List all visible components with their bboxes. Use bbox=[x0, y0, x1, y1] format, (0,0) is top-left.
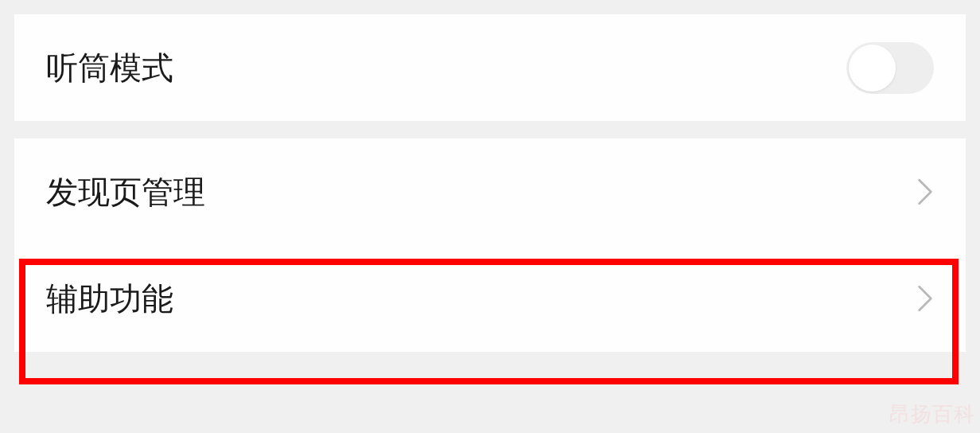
watermark-text: 昂扬百科 bbox=[889, 400, 975, 428]
section-earpiece: 听筒模式 bbox=[14, 14, 966, 121]
row-earpiece-mode[interactable]: 听筒模式 bbox=[14, 14, 966, 121]
earpiece-mode-toggle[interactable] bbox=[846, 42, 934, 94]
row-accessibility[interactable]: 辅助功能 bbox=[14, 245, 966, 352]
accessibility-label: 辅助功能 bbox=[46, 277, 173, 321]
row-discover-management[interactable]: 发现页管理 bbox=[14, 138, 966, 245]
settings-container: 听筒模式 发现页管理 辅助功能 bbox=[0, 0, 980, 384]
chevron-right-icon bbox=[916, 177, 934, 207]
chevron-right-icon bbox=[916, 283, 934, 314]
toggle-knob bbox=[849, 45, 896, 92]
section-features: 发现页管理 辅助功能 bbox=[14, 138, 966, 352]
discover-management-label: 发现页管理 bbox=[46, 170, 205, 214]
earpiece-mode-label: 听筒模式 bbox=[46, 46, 173, 90]
